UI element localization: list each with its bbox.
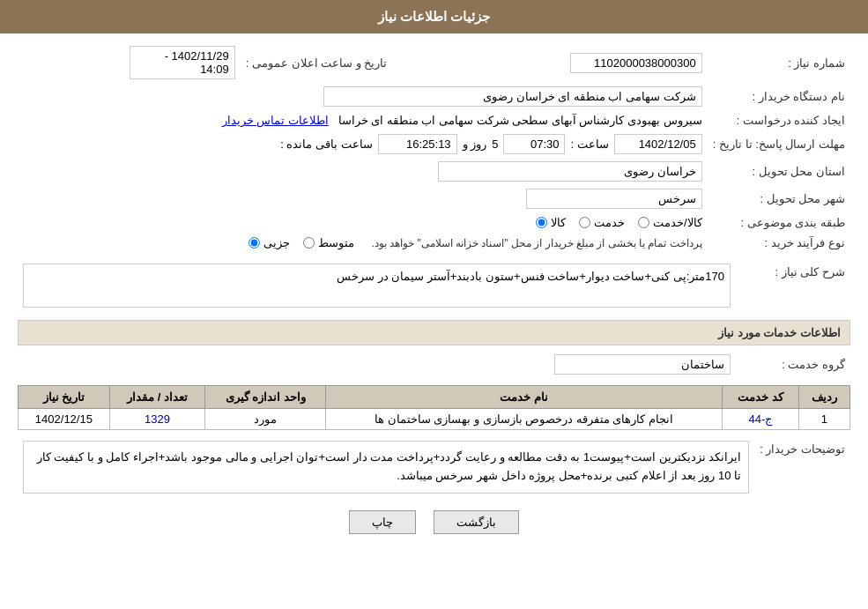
- row-nowFarayand: نوع فرآیند خرید : پرداخت تمام یا بخشی از…: [18, 233, 850, 253]
- radio-kala-khadamat[interactable]: کالا/خدمت: [638, 216, 702, 229]
- mohlat-value: 1402/12/05 ساعت : 07:30 5 روز و 16:25:13…: [18, 130, 708, 158]
- row-tabaqe: طبقه بندی موضوعی : کالا/خدمت خدمت کالا: [18, 212, 850, 233]
- goroh-box: ساختمان: [554, 354, 731, 375]
- shahr-value: سرخس: [18, 185, 708, 212]
- mohlat-label: مهلت ارسال پاسخ: تا تاریخ :: [708, 130, 850, 158]
- cell-tedad: 1329: [109, 409, 205, 430]
- shomareNiaz-value: 1102000038000300: [434, 42, 708, 83]
- row-namDastgah: نام دستگاه خریدار : شرکت سهامی اب منطقه …: [18, 83, 850, 110]
- namDastgah-value: شرکت سهامی اب منطقه ای خراسان رضوی: [18, 83, 708, 110]
- table-row: 1 ج-44 انجام کارهای متفرقه درخصوص بازساز…: [19, 409, 850, 430]
- row-ostaan: استان محل تحویل : خراسان رضوی: [18, 158, 850, 185]
- content-area: شماره نیاز : 1102000038000300 تاریخ و سا…: [0, 33, 868, 556]
- col-tedad: تعداد / مقدار: [109, 386, 205, 409]
- sharhKoli-text: 170متر:پی کنی+ساخت دیوار+ساخت فنس+ستون ب…: [337, 270, 724, 283]
- ostaan-value: خراسان رضوی: [18, 158, 708, 185]
- kala-khadamat-label: کالا/خدمت: [653, 216, 702, 229]
- radio-kala-input[interactable]: [536, 217, 547, 228]
- radio-khadamat[interactable]: خدمت: [579, 216, 625, 229]
- cell-vahed: مورد: [205, 409, 326, 430]
- shahr-box: سرخس: [526, 189, 702, 209]
- row-sharhKoli: شرح کلی نیاز : 170متر:پی کنی+ساخت دیوار+…: [18, 260, 850, 311]
- row-goroh: گروه خدمت : ساختمان: [18, 351, 850, 378]
- cell-kod: ج-44: [723, 409, 799, 430]
- col-radif: ردیف: [798, 386, 849, 409]
- page-title: جزئیات اطلاعات نیاز: [378, 9, 490, 24]
- radio-jozei-input[interactable]: [249, 237, 260, 249]
- shahr-label: شهر محل تحویل :: [708, 185, 850, 212]
- tarikh-box: 1402/12/05: [614, 134, 702, 154]
- nowFarayand-value: پرداخت تمام یا بخشی از مبلغ خریدار از مح…: [18, 233, 708, 253]
- col-nam: نام خدمت: [326, 386, 723, 409]
- khadamat-label: خدمت: [594, 216, 625, 229]
- services-header-row: ردیف کد خدمت نام خدمت واحد اندازه گیری ت…: [19, 386, 850, 409]
- button-row: بازگشت چاپ: [18, 510, 850, 534]
- tozihat-label: توضیحات خریدار :: [754, 437, 850, 497]
- goroh-table: گروه خدمت : ساختمان: [18, 351, 850, 378]
- sharhKoli-box: 170متر:پی کنی+ساخت دیوار+ساخت فنس+ستون ب…: [23, 264, 731, 308]
- khadamat-section-title: اطلاعات خدمات مورد نیاز: [18, 320, 850, 345]
- motevaset-label: متوسط: [318, 236, 354, 249]
- col-tarikh: تاریخ نیاز: [19, 386, 110, 409]
- saat-label: ساعت :: [570, 137, 608, 151]
- ostaan-box: خراسان رضوی: [438, 161, 702, 182]
- shomareNiaz-box: 1102000038000300: [570, 53, 702, 73]
- services-table: ردیف کد خدمت نام خدمت واحد اندازه گیری ت…: [18, 385, 850, 430]
- tozihat-box: ایرانکد نزدیکترین است+پیوست1 به دقت مطال…: [23, 441, 749, 494]
- main-info-table: شماره نیاز : 1102000038000300 تاریخ و سا…: [18, 42, 850, 253]
- col-kod: کد خدمت: [723, 386, 799, 409]
- radio-kala-khadamat-input[interactable]: [638, 217, 649, 228]
- ijadKonande-label: ایجاد کننده درخواست :: [708, 110, 850, 130]
- radio-khadamat-input[interactable]: [579, 217, 590, 228]
- rooz-value: 5: [492, 137, 498, 151]
- page-header: جزئیات اطلاعات نیاز: [0, 0, 868, 33]
- sharhKoli-table: شرح کلی نیاز : 170متر:پی کنی+ساخت دیوار+…: [18, 260, 850, 311]
- tabaqe-radio-group: کالا/خدمت خدمت کالا: [536, 216, 702, 229]
- jozei-label: جزیی: [263, 236, 290, 249]
- sharhKoli-value: 170متر:پی کنی+ساخت دیوار+ساخت فنس+ستون ب…: [18, 260, 736, 311]
- ostaan-label: استان محل تحویل :: [708, 158, 850, 185]
- back-button[interactable]: بازگشت: [434, 510, 519, 534]
- tarikheElan-value: 1402/11/29 - 14:09: [18, 42, 241, 83]
- row-ijadKonande: ایجاد کننده درخواست : سیروس بهبودی کارشن…: [18, 110, 850, 130]
- row-shomareNiaz: شماره نیاز : 1102000038000300 تاریخ و سا…: [18, 42, 850, 83]
- services-table-body: 1 ج-44 انجام کارهای متفرقه درخصوص بازساز…: [19, 409, 850, 430]
- tozihat-value: ایرانکد نزدیکترین است+پیوست1 به دقت مطال…: [18, 437, 754, 497]
- baghimande-label: ساعت باقی مانده :: [280, 137, 372, 151]
- nowFarayand-label: نوع فرآیند خرید :: [708, 233, 850, 253]
- radio-kala[interactable]: کالا: [536, 216, 566, 229]
- print-button[interactable]: چاپ: [349, 510, 416, 534]
- tarikheElan-label: تاریخ و ساعت اعلان عمومی :: [241, 42, 399, 83]
- shomareNiaz-label: شماره نیاز :: [708, 42, 850, 83]
- cell-nam: انجام کارهای متفرقه درخصوص بازسازی و بهس…: [326, 409, 723, 430]
- tabaqe-value: کالا/خدمت خدمت کالا: [18, 212, 708, 233]
- tozihat-table: توضیحات خریدار : ایرانکد نزدیکترین است+پ…: [18, 437, 850, 497]
- radio-motevaset-input[interactable]: [303, 237, 315, 249]
- row-tozihat: توضیحات خریدار : ایرانکد نزدیکترین است+پ…: [18, 437, 850, 497]
- goroh-value: ساختمان: [18, 351, 736, 378]
- saat-box: 07:30: [503, 134, 565, 154]
- cell-tarikh: 1402/12/15: [19, 409, 110, 430]
- col-vahed: واحد اندازه گیری: [205, 386, 326, 409]
- namDastgah-label: نام دستگاه خریدار :: [708, 83, 850, 110]
- ijadKonande-value: سیروس بهبودی کارشناس آبهای سطحی شرکت سها…: [18, 110, 708, 130]
- namDastgah-box: شرکت سهامی اب منطقه ای خراسان رضوی: [323, 86, 702, 107]
- tarikheElan-box: 1402/11/29 - 14:09: [130, 46, 235, 79]
- radio-jozei[interactable]: جزیی: [249, 236, 290, 249]
- baghimande-box: 16:25:13: [378, 134, 457, 154]
- ijadKonande-link[interactable]: اطلاعات تماس خریدار: [222, 114, 329, 127]
- tozihat-text: ایرانکد نزدیکترین است+پیوست1 به دقت مطال…: [37, 450, 741, 482]
- services-table-head: ردیف کد خدمت نام خدمت واحد اندازه گیری ت…: [19, 386, 850, 409]
- farayand-desc: پرداخت تمام یا بخشی از مبلغ خریدار از مح…: [372, 237, 702, 249]
- rooz-label: روز و: [463, 137, 487, 151]
- tabaqe-label: طبقه بندی موضوعی :: [708, 212, 850, 233]
- page-container: جزئیات اطلاعات نیاز شماره نیاز : 1102000…: [0, 0, 868, 609]
- goroh-label: گروه خدمت :: [736, 351, 850, 378]
- radio-motevaset[interactable]: متوسط: [303, 236, 354, 249]
- kala-label: کالا: [551, 216, 566, 229]
- farayand-radio-group: متوسط جزیی: [249, 236, 354, 249]
- ijadKonande-text: سیروس بهبودی کارشناس آبهای سطحی شرکت سها…: [338, 114, 702, 127]
- cell-radif: 1: [798, 409, 849, 430]
- row-shahr: شهر محل تحویل : سرخس: [18, 185, 850, 212]
- sharhKoli-label: شرح کلی نیاز :: [736, 260, 850, 311]
